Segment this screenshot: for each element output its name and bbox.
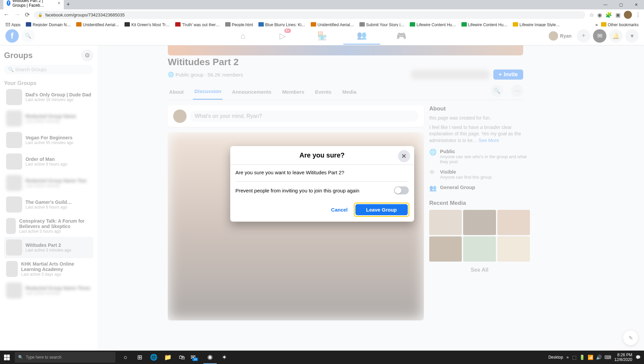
- cortana-icon[interactable]: ○: [119, 351, 132, 364]
- more-icon[interactable]: ⋯: [511, 85, 523, 97]
- group-name: Redacted Group Name Three: [26, 285, 90, 291]
- nav-reload-icon[interactable]: ⟳: [25, 11, 30, 18]
- nav-watch[interactable]: ▷9+: [264, 27, 301, 45]
- messenger-button[interactable]: ✉: [593, 29, 606, 43]
- composer-avatar[interactable]: [173, 109, 187, 123]
- store-icon[interactable]: 🛍: [175, 351, 189, 364]
- group-activity: Last active 6 hours ago: [26, 205, 72, 210]
- about-panel: About this page was created for fun. I f…: [429, 105, 530, 320]
- group-cover-photo[interactable]: [168, 45, 523, 55]
- start-button[interactable]: [0, 351, 13, 364]
- new-message-button[interactable]: ✎: [623, 330, 638, 345]
- member-avatars[interactable]: [411, 70, 490, 79]
- tray-lang-icon[interactable]: ⌨: [604, 355, 611, 360]
- sidebar-group-item[interactable]: Vegan For Beginners Last active 55 minut…: [4, 129, 93, 151]
- extension-icon-1[interactable]: ◉: [597, 12, 602, 18]
- window-minimize[interactable]: —: [598, 0, 613, 9]
- taskbar-search[interactable]: 🔍 Type here to search: [15, 352, 115, 363]
- see-all-button[interactable]: See All: [429, 264, 530, 276]
- media-thumb[interactable]: [497, 236, 530, 262]
- tab-events[interactable]: Events: [314, 84, 333, 99]
- gear-icon[interactable]: ⚙: [81, 49, 93, 61]
- composer-input[interactable]: What's on your mind, Ryan?: [190, 110, 418, 122]
- chrome-menu-icon[interactable]: ⋮: [635, 12, 641, 18]
- leave-group-button[interactable]: Leave Group: [355, 204, 408, 215]
- facebook-favicon: f: [7, 0, 10, 6]
- tab-announcements[interactable]: Announcements: [231, 84, 273, 99]
- account-menu-button[interactable]: ▾: [625, 29, 639, 43]
- app-icon[interactable]: ✶: [217, 351, 231, 364]
- sidebar-group-item[interactable]: Redacted Group Name Two Last active rece…: [4, 172, 93, 194]
- group-activity: Last active 55 minutes ago: [26, 140, 73, 145]
- invite-button[interactable]: + Invite: [493, 70, 523, 80]
- tray-volume-icon[interactable]: 🔊: [596, 355, 602, 360]
- window-close[interactable]: ✕: [629, 0, 644, 9]
- chrome-icon[interactable]: ◉: [203, 351, 217, 364]
- taskbar-clock[interactable]: 8:26 PM 12/8/2020: [614, 353, 632, 362]
- media-thumb[interactable]: [463, 210, 496, 235]
- sidebar-group-item[interactable]: Wititudes Part 2 Last active 3 minutes a…: [4, 237, 93, 258]
- nav-home[interactable]: ⌂: [225, 27, 261, 45]
- window-maximize[interactable]: ▢: [613, 0, 629, 9]
- star-bookmark-icon[interactable]: ☆: [589, 12, 594, 18]
- tray-overflow-icon[interactable]: »: [566, 355, 569, 360]
- nav-back-icon[interactable]: ←: [3, 11, 9, 18]
- tab-about[interactable]: About: [168, 84, 185, 99]
- tab-discussion[interactable]: Discussion: [193, 84, 222, 100]
- sidebar-group-item[interactable]: Redacted Group Name Last active recently: [4, 108, 93, 129]
- sidebar-group-item[interactable]: Order of Man Last active 8 hours ago: [4, 151, 93, 172]
- browser-tab[interactable]: f Wititudes Part 2 | Groups | Faceb… ×: [3, 0, 64, 9]
- media-thumb[interactable]: [497, 210, 530, 235]
- tab-close-icon[interactable]: ×: [58, 0, 60, 6]
- group-name: Redacted Group Name: [26, 113, 76, 119]
- nav-gaming[interactable]: 🎮: [383, 27, 420, 45]
- media-thumb[interactable]: [429, 210, 462, 235]
- tray-wifi-icon[interactable]: 📶: [588, 355, 593, 360]
- profile-name: Ryan: [560, 33, 572, 39]
- extensions-icon[interactable]: 🧩: [605, 12, 612, 18]
- edge-icon[interactable]: 🌐: [147, 351, 160, 364]
- facebook-logo[interactable]: f: [5, 29, 19, 43]
- action-center-icon[interactable]: 💬: [636, 355, 641, 360]
- facebook-search-button[interactable]: 🔍: [21, 29, 35, 43]
- modal-close-button[interactable]: ✕: [398, 150, 410, 162]
- see-more-link[interactable]: See More: [479, 138, 499, 143]
- chrome-profile-avatar[interactable]: [624, 11, 632, 19]
- cast-icon[interactable]: ▣: [615, 12, 621, 18]
- nav-marketplace[interactable]: 🏪: [304, 27, 341, 45]
- tab-members[interactable]: Members: [281, 84, 306, 99]
- cancel-button[interactable]: Cancel: [327, 204, 352, 215]
- nav-forward-icon[interactable]: →: [14, 11, 20, 18]
- url-field[interactable]: 🔒 facebook.com/groups/734233423685035: [34, 11, 585, 19]
- new-tab-button[interactable]: +: [64, 0, 73, 9]
- sidebar-group-item[interactable]: Conspiracy Talk: A Forum for Believers a…: [4, 215, 93, 237]
- sidebar-group-item[interactable]: Dad's Only Group | Dude Dad Last active …: [4, 86, 93, 108]
- search-icon[interactable]: 🔍: [491, 85, 503, 97]
- media-thumb[interactable]: [429, 236, 462, 262]
- task-view-icon[interactable]: ⊞: [133, 351, 146, 364]
- group-thumb: [6, 110, 22, 127]
- notifications-button[interactable]: 🔔: [609, 29, 623, 43]
- prevent-invites-toggle[interactable]: [394, 186, 409, 194]
- watch-badge: 9+: [284, 29, 291, 33]
- media-thumb[interactable]: [463, 236, 496, 262]
- sidebar-search[interactable]: 🔍 Search Groups: [4, 65, 93, 74]
- group-thumb: [6, 196, 22, 213]
- create-button[interactable]: +: [577, 29, 590, 43]
- sidebar-group-item[interactable]: Redacted Group Name Three Last active re…: [4, 280, 93, 301]
- windows-taskbar: 🔍 Type here to search ○ ⊞ 🌐 📁 🛍 ✉18 ◉ ✶ …: [0, 351, 644, 364]
- group-title: Wititudes Part 2: [168, 57, 523, 67]
- sidebar-group-item[interactable]: The Gamer's Guild… Last active 6 hours a…: [4, 194, 93, 215]
- profile-chip[interactable]: Ryan: [546, 30, 574, 42]
- tab-bar: f Wititudes Part 2 | Groups | Faceb… × +: [0, 0, 644, 9]
- desktop-label[interactable]: Desktop: [548, 355, 563, 360]
- divider: [236, 181, 409, 182]
- mail-icon[interactable]: ✉18: [189, 351, 203, 364]
- tray-icon[interactable]: 🔋: [579, 355, 585, 360]
- tab-media[interactable]: Media: [341, 84, 358, 99]
- nav-groups[interactable]: 👥: [343, 27, 380, 45]
- prevent-invites-label: Prevent people from inviting you to join…: [236, 188, 359, 193]
- tray-icon[interactable]: ⬚: [572, 355, 577, 360]
- explorer-icon[interactable]: 📁: [161, 351, 175, 364]
- sidebar-group-item[interactable]: KHK Martial Arts Online Learning Academy…: [4, 258, 93, 280]
